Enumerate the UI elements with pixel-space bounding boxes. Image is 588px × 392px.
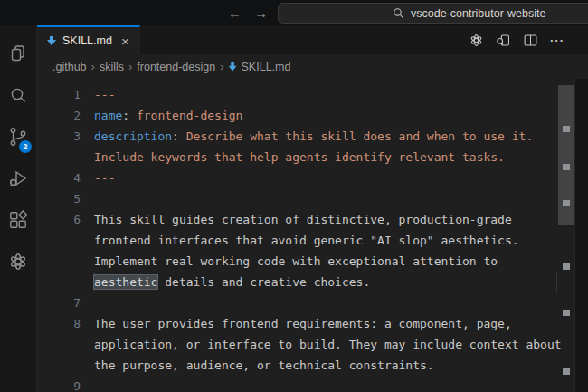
extensions-icon (7, 209, 29, 234)
line-content: the purpose, audience, or technical cons… (94, 355, 557, 376)
editor-line[interactable]: 9 (37, 376, 557, 392)
line-content (94, 188, 557, 209)
markdown-file-icon (47, 36, 56, 46)
line-content: Include keywords that help agents identi… (94, 147, 557, 167)
overview-ruler-mark (563, 310, 570, 316)
sidebar-item-explorer[interactable] (0, 34, 36, 76)
line-content: description: Describe what this skill do… (94, 126, 557, 147)
line-content: name: frontend-design (94, 105, 557, 126)
source-control-badge: 2 (19, 140, 32, 153)
history-navigation: ← → (228, 0, 268, 25)
line-number: 6 (37, 209, 81, 230)
line-content: frontend interfaces that avoid generic "… (94, 230, 557, 251)
breadcrumb-separator: › (220, 60, 223, 73)
sidebar-item-search[interactable] (0, 76, 36, 118)
editor-pane[interactable]: 1---2name: frontend-design3description: … (37, 79, 588, 392)
line-number: 8 (37, 313, 81, 334)
breadcrumb-item[interactable]: .github (52, 61, 87, 73)
line-number (37, 230, 81, 251)
overview-ruler-mark (563, 263, 570, 270)
overview-ruler-mark (563, 368, 570, 375)
line-content: The user provides frontend requirements:… (94, 313, 557, 334)
editor-line[interactable]: 7 (37, 292, 557, 313)
line-number (37, 272, 81, 292)
editor-line[interactable]: 8The user provides frontend requirements… (37, 313, 557, 334)
editor-line[interactable]: frontend interfaces that avoid generic "… (37, 230, 557, 251)
editor-line[interactable]: 3description: Describe what this skill d… (37, 126, 557, 147)
line-content: aesthetic details and creative choices. (94, 272, 557, 292)
editor-line[interactable]: 6This skill guides creation of distincti… (37, 209, 557, 230)
activity-bar: 2 (0, 25, 36, 392)
line-number (37, 355, 81, 376)
editor-line[interactable]: aesthetic details and creative choices. (37, 272, 557, 292)
editor-line[interactable]: the purpose, audience, or technical cons… (37, 355, 557, 376)
titlebar: ← → vscode-contributor-website (0, 0, 588, 25)
breadcrumb-item[interactable]: SKILL.md (229, 61, 291, 73)
breadcrumb-item[interactable]: skills (100, 61, 124, 73)
sidebar-item-source-control[interactable]: 2 (0, 118, 36, 159)
editor-actions: ··· (469, 25, 564, 54)
markdown-file-icon (229, 62, 237, 72)
line-content: Implement real working code with excepti… (94, 251, 557, 272)
breadcrumb-separator: › (91, 60, 95, 73)
sidebar-item-extensions[interactable] (0, 201, 36, 243)
vscode-window: ← → vscode-contributor-website (0, 0, 588, 392)
more-actions-icon[interactable]: ··· (550, 33, 564, 47)
line-number (37, 334, 81, 355)
overview-ruler (574, 79, 588, 392)
breadcrumb: .github›skills›frontend-design›SKILL.md (37, 54, 588, 79)
line-content: This skill guides creation of distinctiv… (94, 209, 557, 230)
editor-line[interactable]: 1--- (37, 84, 557, 105)
editor-line[interactable]: application, or interface to build. They… (37, 334, 557, 355)
line-content (94, 376, 557, 392)
tab-label: SKILL.md (62, 34, 112, 47)
breadcrumb-item[interactable]: frontend-design (137, 61, 215, 73)
editor-line[interactable]: Implement real working code with excepti… (37, 251, 557, 272)
debug-icon (7, 167, 29, 193)
files-icon (7, 43, 29, 68)
sidebar-item-run-debug[interactable] (0, 159, 36, 201)
forward-icon[interactable]: → (254, 6, 268, 20)
line-number: 5 (37, 188, 81, 209)
line-number: 4 (37, 167, 81, 188)
command-center-text: vscode-contributor-website (411, 7, 545, 20)
overview-ruler-mark (563, 164, 570, 170)
open-preview-icon[interactable] (496, 33, 511, 48)
editor-line[interactable]: 4--- (37, 167, 557, 188)
search-icon (393, 7, 404, 19)
openai-logo-icon (7, 251, 29, 276)
openai-icon[interactable] (469, 33, 484, 48)
tab-bar: SKILL.md × ··· (37, 25, 588, 54)
tab-skill-md[interactable]: SKILL.md × (37, 25, 140, 54)
line-number (37, 251, 81, 272)
back-icon[interactable]: ← (228, 6, 242, 20)
line-number: 7 (37, 292, 81, 313)
overview-ruler-mark (563, 126, 570, 132)
line-content: --- (94, 84, 557, 105)
line-content (94, 292, 557, 313)
line-content: application, or interface to build. They… (94, 334, 562, 355)
sidebar-item-openai-chat[interactable] (0, 243, 36, 284)
command-center-search[interactable]: vscode-contributor-website (278, 3, 588, 24)
editor-line[interactable]: 2name: frontend-design (37, 105, 557, 126)
line-number (37, 147, 81, 167)
line-number: 1 (37, 84, 81, 105)
close-tab-icon[interactable]: × (121, 34, 129, 48)
search-icon (7, 84, 29, 110)
editor-line[interactable]: Include keywords that help agents identi… (37, 147, 557, 167)
scrollbar (557, 79, 575, 392)
split-editor-icon[interactable] (523, 33, 538, 48)
editor-line[interactable]: 5 (37, 188, 557, 209)
line-content: --- (94, 167, 557, 188)
line-number: 3 (37, 126, 81, 147)
breadcrumb-separator: › (128, 60, 132, 73)
line-number: 9 (37, 376, 81, 392)
overview-ruler-mark (563, 200, 570, 206)
line-number: 2 (37, 105, 81, 126)
